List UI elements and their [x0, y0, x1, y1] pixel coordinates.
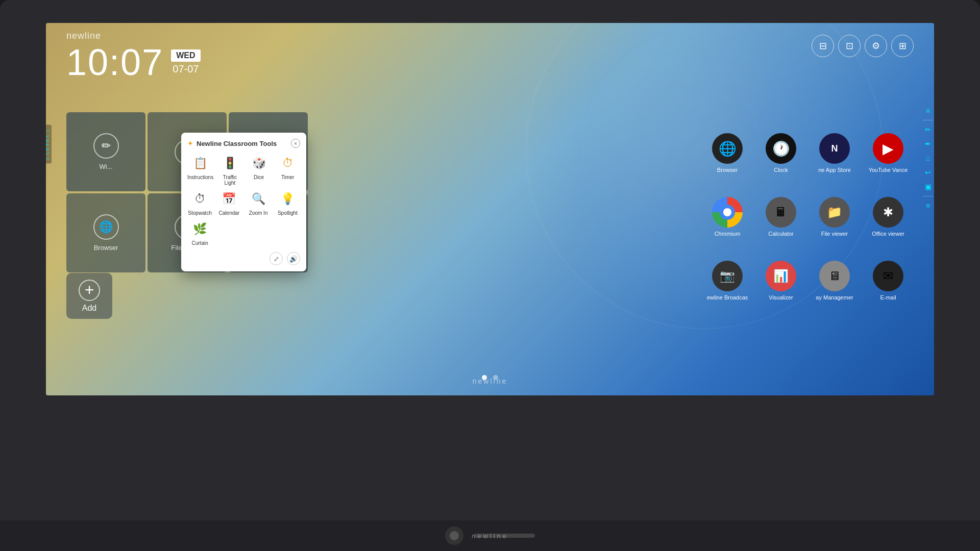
desktop-icon-officeviewer[interactable]: ✱ Office viewer — [863, 186, 914, 247]
grid-button[interactable]: ⊞ — [891, 35, 914, 57]
popup-tool-curtain[interactable]: 🌿 Curtain — [187, 220, 212, 246]
date-text: 07-07 — [173, 63, 199, 75]
dice-label: Dice — [254, 174, 264, 180]
browser-tile-icon: 🌐 — [93, 214, 119, 240]
officeviewer-icon-img: ✱ — [873, 197, 903, 228]
email-icon-label: E-mail — [880, 294, 896, 300]
desktop-icon-email[interactable]: ✉ E-mail — [863, 250, 914, 311]
app-tile-writing[interactable]: ✏ Wi... — [66, 112, 145, 191]
traffic-light-icon: 🚦 — [220, 154, 239, 172]
desktop-icon-browser[interactable]: 🌐 Browser — [702, 122, 753, 184]
broadcast-icon-img: 📷 — [712, 261, 743, 291]
instructions-icon: 📋 — [191, 154, 210, 172]
timer-label: Timer — [281, 174, 294, 180]
hw-power-button[interactable] — [445, 527, 463, 545]
desktop-icon-chromium[interactable]: Chromium — [702, 186, 753, 247]
spotlight-icon: 💡 — [278, 190, 297, 208]
curtain-icon: 🌿 — [191, 220, 209, 238]
screen-brand-text: newline — [473, 377, 507, 385]
desktop-icon-calculator[interactable]: 🖩 Calculator — [755, 186, 806, 247]
officeviewer-icon-label: Office viewer — [872, 231, 904, 237]
desktop-icon-visualizer[interactable]: 📊 Visualizer — [755, 250, 806, 311]
day-badge: WED — [171, 49, 200, 62]
calendar-icon: 📅 — [220, 190, 238, 208]
add-button[interactable]: + Add — [66, 273, 112, 319]
desktop-icon-displaymanager[interactable]: 🖥 ay Managemer — [809, 250, 860, 311]
hw-brand-label: newline — [472, 532, 508, 540]
popup-tools-row3: 🌿 Curtain — [187, 220, 300, 246]
popup-tool-dice[interactable]: 🎲 Dice — [247, 154, 272, 186]
desktop-icon-broadcast[interactable]: 📷 ewline Broadcas — [702, 250, 753, 311]
chromium-icon-label: Chromium — [715, 231, 741, 237]
sidebar-divider — [923, 120, 933, 120]
left-vertical-label: | LEVEL | — [46, 125, 52, 164]
sidebar-edit-button[interactable]: ✏ — [922, 123, 934, 136]
stopwatch-icon: ⏱ — [191, 190, 209, 208]
display-button[interactable]: ⊡ — [838, 35, 861, 57]
clock-icon-img: 🕐 — [766, 133, 796, 164]
add-label: Add — [82, 304, 96, 313]
curtain-label: Curtain — [192, 240, 208, 246]
popup-tool-timer[interactable]: ⏱ Timer — [275, 154, 300, 186]
desktop-icon-fileviewer[interactable]: 📁 File viewer — [809, 186, 860, 247]
email-icon-img: ✉ — [873, 261, 903, 291]
browser-tile-label: Browser — [94, 244, 118, 252]
popup-tool-stopwatch[interactable]: ⏱ Stopwatch — [187, 190, 212, 216]
time-display: 10:07 WED 07-07 — [66, 44, 201, 81]
desktop-icon-youtube[interactable]: ▶ YouTube Vance — [863, 122, 914, 184]
appstore-icon-label: ne App Store — [818, 167, 851, 173]
popup-tool-traffic-light[interactable]: 🚦 Traffic Light — [217, 154, 242, 186]
popup-close-button[interactable]: × — [291, 139, 300, 148]
browser-icon-img: 🌐 — [712, 133, 743, 164]
calendar-label: Calendar — [219, 210, 240, 216]
chromium-icon-img — [712, 197, 743, 228]
popup-tool-instructions[interactable]: 📋 Instructions — [187, 154, 213, 186]
popup-speaker-button[interactable]: 🔊 — [287, 252, 300, 265]
popup-tool-spotlight[interactable]: 💡 Spotlight — [275, 190, 300, 216]
settings-button[interactable]: ⚙ — [865, 35, 887, 57]
visualizer-icon-label: Visualizer — [769, 294, 793, 300]
popup-tool-calendar[interactable]: 📅 Calendar — [216, 190, 241, 216]
add-plus-icon: + — [79, 280, 100, 301]
sidebar-more-button[interactable]: ≡ — [922, 199, 934, 212]
brand-name: newline — [66, 31, 201, 41]
sidebar-pen-button[interactable]: ✒ — [922, 138, 934, 150]
zoom-in-icon: 🔍 — [249, 190, 267, 208]
date-box: WED 07-07 — [171, 49, 200, 75]
popup-tool-zoom-in[interactable]: 🔍 Zoom In — [246, 190, 271, 216]
writing-icon: ✏ — [93, 133, 119, 159]
popup-title-row: ✦ Newline Classroom Tools — [187, 139, 277, 147]
popup-resize-button[interactable]: ⤢ — [270, 252, 283, 265]
dice-icon: 🎲 — [250, 154, 268, 172]
popup-title-icon: ✦ — [187, 139, 193, 147]
clock-icon-label: Clock — [774, 167, 788, 173]
calculator-icon-img: 🖩 — [766, 197, 796, 228]
time-value: 10:07 — [66, 44, 163, 81]
sidebar-menu-button[interactable]: ≡ — [922, 105, 934, 117]
sidebar-screen-button[interactable]: ▣ — [922, 181, 934, 193]
broadcast-icon-label: ewline Broadcas — [707, 294, 748, 300]
popup-title-text: Newline Classroom Tools — [197, 140, 277, 147]
screen-mirror-button[interactable]: ⊟ — [812, 35, 834, 57]
desktop-icon-clock[interactable]: 🕐 Clock — [755, 122, 806, 184]
popup-tools-row1: 📋 Instructions 🚦 Traffic Light 🎲 Dice ⏱ … — [187, 154, 300, 186]
app-tile-browser[interactable]: 🌐 Browser — [66, 193, 145, 272]
top-controls: ⊟ ⊡ ⚙ ⊞ — [812, 35, 914, 57]
desktop-icon-appstore[interactable]: N ne App Store — [809, 122, 860, 184]
tv-screen: newline 10:07 WED 07-07 ⊟ ⊡ ⚙ ⊞ ✏ — [46, 23, 934, 395]
displaymanager-icon-img: 🖥 — [819, 261, 850, 291]
hardware-bar: newline — [0, 520, 980, 551]
appstore-icon-img: N — [819, 133, 850, 164]
sidebar-back-button[interactable]: ↩ — [922, 166, 934, 179]
side-toolbar: ≡ ✏ ✒ ⌂ ↩ ▣ ≡ — [921, 105, 934, 212]
sidebar-divider2 — [923, 196, 933, 196]
timer-icon: ⏱ — [279, 154, 297, 172]
stopwatch-label: Stopwatch — [188, 210, 212, 216]
tv-bezel: newline 10:07 WED 07-07 ⊟ ⊡ ⚙ ⊞ ✏ — [0, 0, 980, 551]
classroom-tools-popup: ✦ Newline Classroom Tools × 📋 Instructio… — [181, 133, 306, 271]
sidebar-home-button[interactable]: ⌂ — [922, 152, 934, 164]
brand-time-section: newline 10:07 WED 07-07 — [66, 31, 201, 81]
fileviewer-icon-img: 📁 — [819, 197, 850, 228]
instructions-label: Instructions — [187, 174, 213, 180]
youtube-icon-label: YouTube Vance — [869, 167, 908, 173]
